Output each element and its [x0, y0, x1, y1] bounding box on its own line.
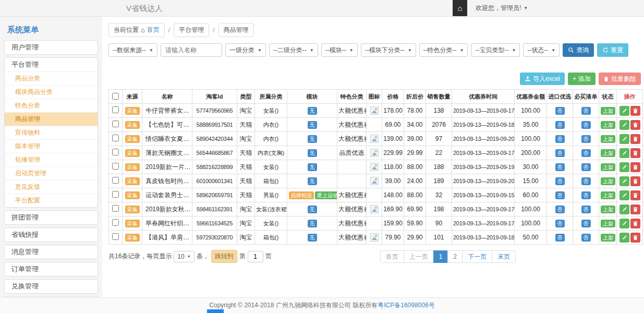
cell-module: 无	[287, 132, 337, 146]
cell-icon	[367, 231, 382, 245]
edit-button[interactable]	[619, 106, 629, 116]
add-button[interactable]: + 添加	[568, 73, 596, 85]
page-button[interactable]: 首页	[380, 250, 404, 263]
import-excel-button[interactable]: 导入excel	[520, 73, 565, 85]
sidebar-item[interactable]: 省钱快报	[5, 228, 98, 242]
row-checkbox[interactable]	[112, 135, 119, 141]
delete-button[interactable]	[630, 106, 640, 116]
column-header: 淘客Id	[192, 90, 237, 104]
product-icon-image	[370, 233, 379, 242]
row-checkbox[interactable]	[112, 121, 119, 127]
edit-button[interactable]	[619, 134, 629, 144]
sidebar-title: 系统菜单	[4, 19, 98, 40]
cell-coupon-amount: 50.00	[515, 231, 547, 245]
sidebar-subitem[interactable]: 模块商品分类	[5, 85, 98, 99]
imported-badge: 否	[555, 121, 565, 129]
filter-select[interactable]: --数据来源--▼	[108, 43, 157, 57]
cell-module: 无	[287, 160, 337, 174]
filter-select[interactable]: --特色分类--▼	[419, 43, 468, 57]
row-checkbox[interactable]	[112, 163, 119, 170]
edit-button[interactable]	[619, 190, 629, 200]
batch-delete-button[interactable]: 批量删除	[599, 73, 641, 85]
sidebar-subitem[interactable]: 商品分类	[5, 71, 98, 85]
edit-button[interactable]	[619, 162, 629, 172]
row-checkbox[interactable]	[112, 219, 119, 226]
breadcrumb-item-platform[interactable]: 平台管理	[174, 23, 209, 37]
sidebar-item[interactable]: 兑换管理	[5, 280, 98, 293]
filter-select[interactable]: --二级分类--▼	[269, 43, 318, 57]
delete-button[interactable]	[630, 204, 640, 214]
edit-button[interactable]	[619, 148, 629, 158]
page-button[interactable]: 上一页	[404, 250, 434, 263]
select-all-checkbox[interactable]	[112, 93, 119, 100]
chevron-down-icon: ▼	[524, 6, 528, 10]
jump-button[interactable]: 跳转到	[211, 250, 237, 263]
sidebar-item[interactable]: 消息管理	[5, 245, 98, 259]
sidebar-subitem[interactable]: 特色分类	[5, 99, 98, 112]
cell-module: 无	[287, 146, 337, 160]
name-search-input[interactable]	[161, 43, 222, 57]
breadcrumb-home-link[interactable]: 首页	[147, 26, 160, 34]
source-badge: 采集	[125, 107, 140, 115]
cell-sales: 189	[426, 174, 452, 188]
row-checkbox[interactable]	[112, 191, 119, 198]
edit-button[interactable]	[619, 233, 629, 243]
user-menu[interactable]: 欢迎您，管理员! ▼	[467, 0, 536, 16]
filter-select[interactable]: --宝贝类型--▼	[471, 43, 520, 57]
reset-button[interactable]: 重置	[597, 43, 628, 57]
delete-button[interactable]	[630, 134, 640, 144]
page-button[interactable]: 末页	[492, 250, 516, 263]
search-button-label: 查询	[576, 46, 589, 55]
row-checkbox[interactable]	[112, 106, 119, 113]
filter-select-label: --二级分类--	[273, 46, 307, 55]
delete-button[interactable]	[630, 148, 640, 158]
row-checkbox[interactable]	[112, 233, 119, 240]
page-button[interactable]: 下一页	[462, 250, 492, 263]
search-button[interactable]: 查询	[563, 43, 594, 57]
per-page-select[interactable]: 10 ▼	[174, 251, 194, 262]
filter-select[interactable]: --模块--▼	[321, 43, 358, 57]
home-button[interactable]: ⌂	[453, 0, 467, 16]
column-header: 优惠券时间	[452, 90, 515, 104]
delete-button[interactable]	[630, 176, 640, 186]
sidebar-item[interactable]: 平台管理	[5, 58, 98, 71]
page-button[interactable]: 2	[447, 250, 463, 263]
icp-link[interactable]: 粤ICP备16098006号	[378, 301, 434, 310]
filter-select[interactable]: 一级分类▼	[225, 43, 266, 57]
sidebar-item[interactable]: 用户管理	[5, 41, 98, 54]
edit-icon	[622, 164, 627, 170]
delete-button[interactable]	[630, 233, 640, 243]
row-checkbox[interactable]	[112, 149, 119, 155]
delete-button[interactable]	[630, 162, 640, 172]
cell-module: 无	[287, 174, 337, 188]
sidebar-subitem[interactable]: 平台配置	[5, 194, 98, 207]
page-button[interactable]: 1	[433, 250, 448, 263]
edit-button[interactable]	[619, 204, 629, 214]
row-checkbox[interactable]	[112, 177, 119, 184]
filter-select-label: --数据来源--	[113, 46, 146, 55]
sidebar-item[interactable]: 订单管理	[5, 262, 98, 276]
sidebar-subitem[interactable]: 商品管理	[5, 112, 98, 126]
cell-coupon-time: 2019-09-13—2019-09-18	[452, 231, 515, 245]
delete-button[interactable]	[630, 219, 640, 228]
sidebar-subitem[interactable]: 轮播管理	[5, 153, 98, 166]
filter-select[interactable]: --模块下分类--▼	[361, 43, 416, 57]
edit-button[interactable]	[619, 219, 629, 228]
sidebar-subitem[interactable]: 启动页管理	[5, 166, 98, 180]
column-header: 所属分类	[255, 90, 287, 104]
filter-select-label: --宝贝类型--	[475, 46, 508, 55]
edit-button[interactable]	[619, 120, 629, 130]
breadcrumb-item-goods[interactable]: 商品管理	[218, 23, 254, 37]
sidebar-subitem[interactable]: 意见反馈	[5, 180, 98, 194]
jump-page-input[interactable]	[248, 251, 263, 262]
filter-select[interactable]: --状态--▼	[523, 43, 560, 57]
delete-button[interactable]	[630, 190, 640, 200]
sidebar-subitem[interactable]: 版本管理	[5, 139, 98, 153]
edit-button[interactable]	[619, 176, 629, 186]
cell-imported: 否	[547, 132, 573, 146]
sidebar-item[interactable]: 拼团管理	[5, 211, 98, 224]
row-checkbox[interactable]	[112, 205, 119, 212]
delete-button[interactable]	[630, 120, 640, 130]
cell-name: 薄款无钢圈文胸聚拢性...	[142, 146, 192, 160]
sidebar-subitem[interactable]: 宣传物料	[5, 126, 98, 139]
